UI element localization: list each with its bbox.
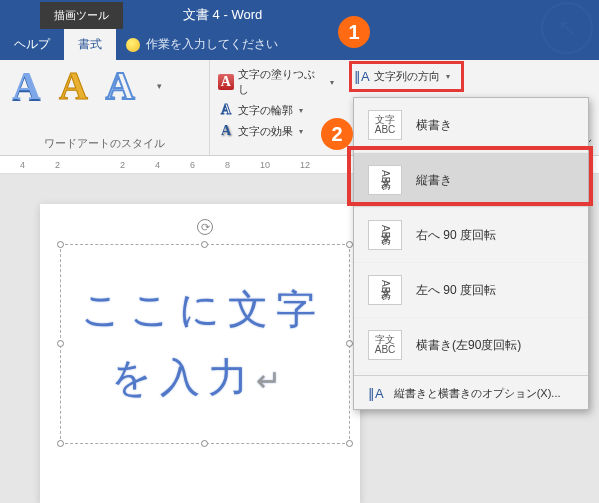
wordart-sample-2[interactable]: A <box>59 66 88 106</box>
dropdown-item-horizontal[interactable]: 文字ABC 横書き <box>354 98 588 153</box>
dropdown-item-vertical[interactable]: 文字ABC 縦書き <box>354 153 588 208</box>
dropdown-separator <box>354 375 588 376</box>
resize-handle[interactable] <box>346 241 353 248</box>
bulb-icon <box>126 38 140 52</box>
document-title: 文書 4 - Word <box>183 6 262 24</box>
options-icon: ‖A <box>368 386 384 401</box>
text-fill-button[interactable]: A 文字の塗りつぶし▾ <box>216 66 336 98</box>
dropdown-item-rotate-left[interactable]: 文字ABC 左へ 90 度回転 <box>354 263 588 318</box>
wordart-sample-3[interactable]: A <box>106 66 135 106</box>
text-direction-icon: ‖A <box>354 69 370 84</box>
resize-handle[interactable] <box>57 241 64 248</box>
text-outline-button[interactable]: A 文字の輪郭▾ <box>216 101 336 119</box>
callout-1: 1 <box>338 16 370 48</box>
wordart-styles-group: A A A ▾ ワードアートのスタイル <box>0 60 210 155</box>
horizontal-icon: 文字ABC <box>368 110 402 140</box>
tell-me-search[interactable]: 作業を入力してください <box>116 29 288 60</box>
resize-handle[interactable] <box>201 241 208 248</box>
rotate-left-icon: 文字ABC <box>368 275 402 305</box>
page[interactable]: ⟳ ここに文字 を入力↵ <box>40 204 360 503</box>
resize-handle[interactable] <box>57 440 64 447</box>
horizontal-rot-icon: 字文ABC <box>368 330 402 360</box>
resize-handle[interactable] <box>346 440 353 447</box>
dropdown-options[interactable]: ‖A 縦書きと横書きのオプション(X)... <box>354 378 588 409</box>
tab-format[interactable]: 書式 <box>64 29 116 60</box>
text-effect-icon: A <box>218 123 234 139</box>
dropdown-item-rotate-right[interactable]: 文字ABC 右へ 90 度回転 <box>354 208 588 263</box>
contextual-tab: 描画ツール <box>40 2 123 29</box>
rotate-handle[interactable]: ⟳ <box>197 219 213 235</box>
resize-handle[interactable] <box>201 440 208 447</box>
wordart-group-label: ワードアートのスタイル <box>8 136 201 153</box>
title-bar: 描画ツール 文書 4 - Word ↖ <box>0 0 599 30</box>
rotate-right-icon: 文字ABC <box>368 220 402 250</box>
wordart-sample-1[interactable]: A <box>12 66 41 106</box>
text-direction-dropdown: 文字ABC 横書き 文字ABC 縦書き 文字ABC 右へ 90 度回転 文字AB… <box>353 97 589 410</box>
text-outline-icon: A <box>218 102 234 118</box>
text-direction-button[interactable]: ‖A 文字列の方向▾ <box>350 66 454 87</box>
tell-me-label: 作業を入力してください <box>146 36 278 53</box>
text-effect-button[interactable]: A 文字の効果▾ <box>216 122 336 140</box>
vertical-icon: 文字ABC <box>368 165 402 195</box>
wordart-more[interactable]: ▾ <box>153 81 162 91</box>
paragraph-mark: ↵ <box>256 364 289 397</box>
resize-handle[interactable] <box>57 340 64 347</box>
text-fill-icon: A <box>218 74 234 90</box>
dropdown-item-horizontal-rotated[interactable]: 字文ABC 横書き(左90度回転) <box>354 318 588 373</box>
callout-2: 2 <box>321 118 353 150</box>
tab-help[interactable]: ヘルプ <box>0 29 64 60</box>
ribbon-tabs: ヘルプ 書式 作業を入力してください <box>0 30 599 60</box>
wordart-textbox[interactable]: ⟳ ここに文字 を入力↵ <box>60 244 350 444</box>
wordart-content[interactable]: ここに文字 を入力↵ <box>81 275 349 411</box>
watermark-icon: ↖ <box>541 2 593 54</box>
